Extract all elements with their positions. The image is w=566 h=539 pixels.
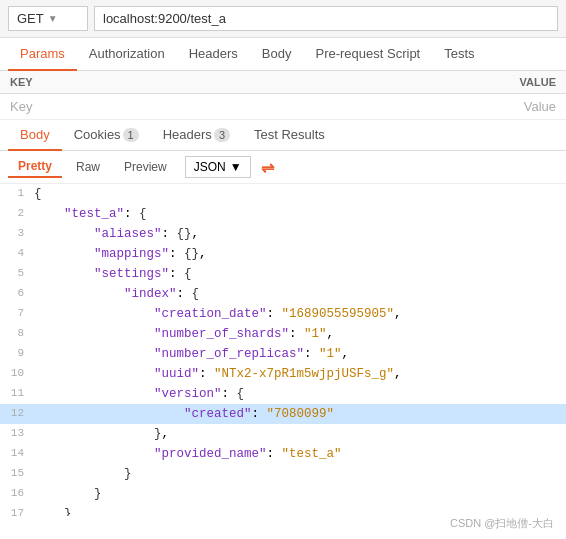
line-content: }	[34, 504, 560, 516]
line-number: 12	[6, 404, 34, 424]
request-tabs: Params Authorization Headers Body Pre-re…	[0, 38, 566, 71]
tab-tests[interactable]: Tests	[432, 38, 486, 71]
line-content: "version": {	[34, 384, 560, 404]
json-line: 3 "aliases": {},	[0, 224, 566, 244]
chevron-down-icon: ▼	[48, 13, 58, 24]
line-number: 2	[6, 204, 34, 224]
json-line: 17 }	[0, 504, 566, 516]
line-number: 7	[6, 304, 34, 324]
json-line: 15 }	[0, 464, 566, 484]
line-content: "number_of_replicas": "1",	[34, 344, 560, 364]
line-number: 15	[6, 464, 34, 484]
json-line: 1{	[0, 184, 566, 204]
line-content: "created": "7080099"	[34, 404, 560, 424]
tab-params[interactable]: Params	[8, 38, 77, 71]
line-number: 1	[6, 184, 34, 204]
tab-body[interactable]: Body	[250, 38, 304, 71]
line-content: },	[34, 424, 560, 444]
line-content: }	[34, 464, 560, 484]
raw-button[interactable]: Raw	[66, 157, 110, 177]
line-number: 4	[6, 244, 34, 264]
json-format-dropdown[interactable]: JSON ▼	[185, 156, 251, 178]
line-number: 17	[6, 504, 34, 516]
json-line: 8 "number_of_shards": "1",	[0, 324, 566, 344]
response-tabs: Body Cookies1 Headers3 Test Results	[0, 120, 566, 151]
json-line: 12 "created": "7080099"	[0, 404, 566, 424]
param-value-cell[interactable]: Value	[453, 94, 566, 120]
json-line: 11 "version": {	[0, 384, 566, 404]
line-content: "uuid": "NTx2-x7pR1m5wjpjUSFs_g",	[34, 364, 560, 384]
line-content: "mappings": {},	[34, 244, 560, 264]
param-row: Key Value	[0, 94, 566, 120]
format-chevron-icon: ▼	[230, 160, 242, 174]
json-body[interactable]: 1{2 "test_a": {3 "aliases": {},4 "mappin…	[0, 184, 566, 516]
line-number: 5	[6, 264, 34, 284]
url-bar: GET ▼	[0, 0, 566, 38]
col-value-header: VALUE	[453, 71, 566, 94]
json-line: 4 "mappings": {},	[0, 244, 566, 264]
response-tab-test-results[interactable]: Test Results	[242, 120, 337, 151]
line-number: 16	[6, 484, 34, 504]
wrap-icon[interactable]: ⇌	[261, 158, 274, 177]
line-content: "test_a": {	[34, 204, 560, 224]
json-line: 10 "uuid": "NTx2-x7pR1m5wjpjUSFs_g",	[0, 364, 566, 384]
tab-authorization[interactable]: Authorization	[77, 38, 177, 71]
json-line: 9 "number_of_replicas": "1",	[0, 344, 566, 364]
line-content: "settings": {	[34, 264, 560, 284]
line-content: "creation_date": "1689055595905",	[34, 304, 560, 324]
col-key-header: KEY	[0, 71, 453, 94]
headers-badge: 3	[214, 128, 230, 142]
line-content: "provided_name": "test_a"	[34, 444, 560, 464]
watermark: CSDN @扫地僧-大白	[450, 516, 554, 531]
line-number: 6	[6, 284, 34, 304]
line-number: 3	[6, 224, 34, 244]
line-number: 13	[6, 424, 34, 444]
tab-pre-request[interactable]: Pre-request Script	[303, 38, 432, 71]
params-table: KEY VALUE Key Value	[0, 71, 566, 120]
method-label: GET	[17, 11, 44, 26]
url-input[interactable]	[94, 6, 558, 31]
json-line: 7 "creation_date": "1689055595905",	[0, 304, 566, 324]
json-line: 16 }	[0, 484, 566, 504]
line-content: }	[34, 484, 560, 504]
pretty-button[interactable]: Pretty	[8, 156, 62, 178]
line-content: {	[34, 184, 560, 204]
line-number: 8	[6, 324, 34, 344]
json-line: 13 },	[0, 424, 566, 444]
json-line: 6 "index": {	[0, 284, 566, 304]
line-number: 10	[6, 364, 34, 384]
response-tab-body[interactable]: Body	[8, 120, 62, 151]
line-content: "number_of_shards": "1",	[34, 324, 560, 344]
json-line: 14 "provided_name": "test_a"	[0, 444, 566, 464]
param-key-cell[interactable]: Key	[0, 94, 453, 120]
json-line: 5 "settings": {	[0, 264, 566, 284]
json-line: 2 "test_a": {	[0, 204, 566, 224]
response-tab-headers[interactable]: Headers3	[151, 120, 242, 151]
line-content: "index": {	[34, 284, 560, 304]
response-tab-cookies[interactable]: Cookies1	[62, 120, 151, 151]
method-dropdown[interactable]: GET ▼	[8, 6, 88, 31]
line-number: 14	[6, 444, 34, 464]
line-number: 11	[6, 384, 34, 404]
preview-button[interactable]: Preview	[114, 157, 177, 177]
cookies-badge: 1	[123, 128, 139, 142]
json-format-label: JSON	[194, 160, 226, 174]
format-bar: Pretty Raw Preview JSON ▼ ⇌	[0, 151, 566, 184]
line-number: 9	[6, 344, 34, 364]
line-content: "aliases": {},	[34, 224, 560, 244]
tab-headers[interactable]: Headers	[177, 38, 250, 71]
